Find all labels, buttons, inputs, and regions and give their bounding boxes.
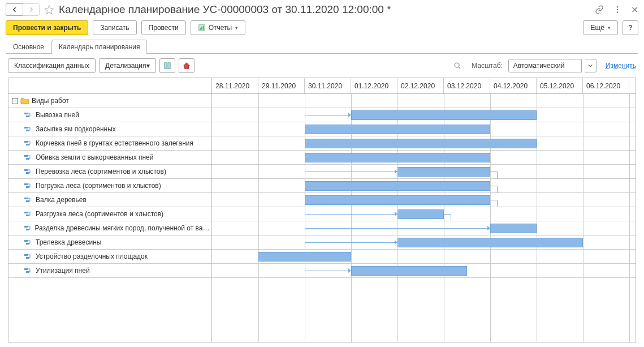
dependency-arrow-icon xyxy=(348,268,351,273)
collapse-icon[interactable]: − xyxy=(12,98,18,104)
gantt-left-header xyxy=(8,78,211,94)
gantt-bar[interactable] xyxy=(397,238,583,247)
gantt-bar-row xyxy=(212,179,636,193)
task-icon xyxy=(24,112,33,118)
svg-rect-32 xyxy=(26,257,29,259)
gantt-bar[interactable] xyxy=(397,167,490,177)
arrow-left-icon xyxy=(11,6,18,13)
gantt-task-row[interactable]: Корчевка пней в грунтах естественного за… xyxy=(8,136,211,151)
date-header-cell: 04.12.2020 xyxy=(490,78,537,93)
svg-rect-31 xyxy=(24,254,28,256)
tab-calendar[interactable]: Календарь планирования xyxy=(51,40,148,54)
date-header-cell: 28.11.2020 xyxy=(212,78,258,93)
gantt-task-row[interactable]: Перевозка леса (сортиментов и хлыстов) xyxy=(8,165,211,179)
task-icon xyxy=(24,211,33,217)
dependency-tail-line xyxy=(497,186,498,193)
gantt-group-row[interactable]: −Виды работ xyxy=(8,94,211,108)
scale-select[interactable]: Автоматический xyxy=(508,59,582,72)
home-refresh-button[interactable] xyxy=(179,58,195,73)
dependency-tail-line xyxy=(497,200,498,207)
dependency-arrow-icon xyxy=(395,212,397,216)
svg-line-10 xyxy=(459,67,460,68)
svg-point-1 xyxy=(617,9,619,11)
dependency-arrow-icon xyxy=(395,169,397,174)
post-button[interactable]: Провести xyxy=(141,20,186,35)
nav-back-button[interactable] xyxy=(6,3,23,16)
more-vertical-icon[interactable] xyxy=(613,5,622,14)
gantt-task-row[interactable]: Вывозка пней xyxy=(8,108,211,122)
gantt-task-row[interactable]: Утилизация пней xyxy=(8,264,211,278)
task-label: Погрузка леса (сортиментов и хлыстов) xyxy=(36,182,161,190)
favorite-star-icon[interactable] xyxy=(43,3,55,16)
gantt-task-row[interactable]: Засыпка ям подкоренных xyxy=(8,122,211,136)
task-label: Корчевка пней в грунтах естественного за… xyxy=(36,139,193,147)
task-icon xyxy=(24,225,32,232)
gantt-bar[interactable] xyxy=(305,139,537,148)
svg-rect-30 xyxy=(26,243,29,245)
reports-button[interactable]: Отчеты▾ xyxy=(191,20,245,35)
svg-rect-23 xyxy=(24,198,28,199)
group-label: Виды работ xyxy=(32,97,69,105)
gantt-task-row[interactable]: Разгрузка леса (сортиментов и хлыстов) xyxy=(8,207,211,221)
gantt-bar[interactable] xyxy=(351,266,467,276)
task-label: Обивка земли с выкорчеванных пней xyxy=(36,153,154,161)
gantt-task-row[interactable]: Устройство разделочных площадок xyxy=(8,250,211,264)
gantt-bar-row xyxy=(212,108,636,122)
close-icon[interactable]: ✕ xyxy=(631,5,638,15)
gantt-bar[interactable] xyxy=(305,153,490,162)
dependency-tail-line xyxy=(444,214,451,215)
gantt-bar[interactable] xyxy=(305,181,490,191)
home-icon xyxy=(183,62,191,70)
task-icon xyxy=(24,140,33,147)
gantt-task-row[interactable]: Валка деревьев xyxy=(8,193,211,207)
gantt-bar-row xyxy=(212,122,636,136)
task-icon xyxy=(24,267,33,274)
gantt-bar[interactable] xyxy=(490,224,537,233)
scale-label: Масштаб: xyxy=(472,62,503,70)
gantt-task-row[interactable]: Трелевка древесины xyxy=(8,235,211,250)
gantt-bar[interactable] xyxy=(305,195,490,205)
dependency-line xyxy=(305,271,351,271)
gantt-bar-row xyxy=(212,235,636,250)
svg-rect-5 xyxy=(201,27,202,29)
more-button[interactable]: Ещё▾ xyxy=(583,20,618,35)
tab-main[interactable]: Основное xyxy=(6,40,51,54)
svg-rect-21 xyxy=(24,183,28,185)
svg-rect-8 xyxy=(167,63,170,69)
classification-button[interactable]: Классификация данных xyxy=(8,58,96,73)
gantt-bar[interactable] xyxy=(351,110,537,120)
date-header-cell: 29.11.2020 xyxy=(258,78,305,93)
save-button[interactable]: Записать xyxy=(93,20,136,35)
date-header-cell: 01.12.2020 xyxy=(351,78,397,93)
task-label: Разделка древесины мягких пород, получен… xyxy=(34,224,211,232)
svg-rect-6 xyxy=(202,26,204,30)
gantt-task-row[interactable]: Погрузка леса (сортиментов и хлыстов) xyxy=(8,179,211,193)
help-button[interactable]: ? xyxy=(623,20,638,35)
task-icon xyxy=(24,253,33,260)
scale-dropdown-button[interactable] xyxy=(585,59,597,72)
gantt-bar-row xyxy=(212,250,636,264)
task-label: Перевозка леса (сортиментов и хлыстов) xyxy=(36,168,166,175)
dependency-tail-line xyxy=(490,200,497,200)
detail-button[interactable]: Детализация▾ xyxy=(99,58,155,73)
post-and-close-button[interactable]: Провести и закрыть xyxy=(6,20,88,35)
gantt-bar-row xyxy=(212,136,636,151)
gantt-task-row[interactable]: Обивка земли с выкорчеванных пней xyxy=(8,151,211,165)
change-link[interactable]: Изменить xyxy=(606,62,636,70)
gantt-bar[interactable] xyxy=(397,209,444,219)
nav-forward-button[interactable] xyxy=(23,3,40,16)
dependency-arrow-icon xyxy=(487,226,490,230)
link-icon[interactable] xyxy=(595,5,604,14)
svg-rect-24 xyxy=(26,200,29,202)
grid-columns-button[interactable] xyxy=(159,58,175,73)
date-header-cell: 03.12.2020 xyxy=(444,78,490,93)
gantt-bar[interactable] xyxy=(305,125,490,134)
task-label: Устройство разделочных площадок xyxy=(36,252,148,260)
search-icon[interactable] xyxy=(453,61,463,70)
task-icon xyxy=(24,126,33,132)
gantt-bar[interactable] xyxy=(258,252,351,262)
dependency-tail-line xyxy=(497,172,498,179)
folder-icon xyxy=(20,97,29,104)
gantt-task-row[interactable]: Разделка древесины мягких пород, получен… xyxy=(8,221,211,235)
dependency-tail-line xyxy=(490,172,497,172)
